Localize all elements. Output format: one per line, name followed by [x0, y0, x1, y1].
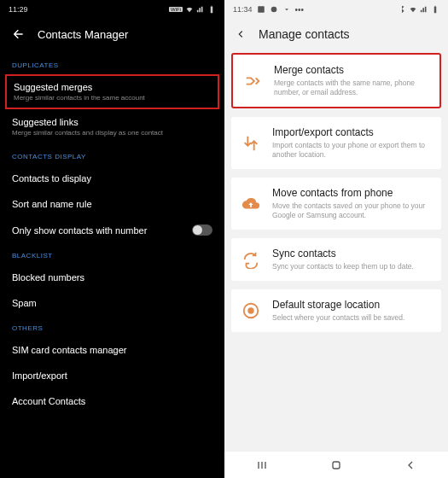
sync-contacts-card[interactable]: Sync contacts Sync your contacts to keep… — [231, 238, 441, 281]
status-bar-right: 11:34 ••• — [224, 0, 448, 19]
move-title: Move contacts from phone — [272, 187, 429, 199]
sort-rule-row[interactable]: Sort and name rule — [0, 191, 224, 217]
camera-icon — [270, 5, 278, 14]
signal-icon — [420, 5, 428, 14]
svg-rect-0 — [258, 6, 265, 13]
picture-icon — [257, 5, 265, 14]
account-contacts-title: Account Contacts — [12, 396, 212, 406]
move-contacts-card[interactable]: Move contacts from phone Move the contac… — [231, 178, 441, 230]
import-title: Import/export contacts — [272, 126, 429, 138]
navbar-right — [224, 451, 448, 478]
svg-point-1 — [271, 7, 276, 13]
storage-title: Default storage location — [272, 299, 429, 311]
download-icon — [282, 5, 291, 14]
sync-icon — [241, 250, 260, 269]
wifi-icon — [185, 5, 194, 14]
sort-rule-title: Sort and name rule — [12, 199, 212, 209]
page-title-right: Manage contacts — [259, 27, 350, 41]
storage-location-card[interactable]: Default storage location Select where yo… — [231, 289, 441, 332]
sim-contacts-row[interactable]: SIM card contacts manager — [0, 337, 224, 363]
blocked-numbers-row[interactable]: Blocked numbers — [0, 265, 224, 290]
cards-container: Merge contacts Merge contacts with the s… — [224, 53, 448, 332]
section-others-label: OTHERS — [0, 316, 224, 337]
bluetooth-icon — [398, 5, 406, 14]
home-nav-icon[interactable] — [329, 458, 343, 472]
merge-contacts-card[interactable]: Merge contacts Merge contacts with the s… — [231, 53, 441, 108]
page-title-left: Contacts Manager — [38, 28, 128, 41]
section-display-label: CONTACTS DISPLAY — [0, 144, 224, 166]
recents-nav-icon[interactable] — [255, 458, 269, 472]
storage-desc: Select where your contacts will be saved… — [272, 313, 429, 323]
import-export-title: Import/export — [12, 370, 212, 381]
battery-icon — [431, 5, 439, 14]
suggested-links-title: Suggested links — [12, 117, 212, 127]
suggested-merges-title: Suggested merges — [14, 82, 211, 92]
status-icons-left: WiFi — [169, 5, 216, 14]
phone-right: 11:34 ••• Manage contacts Merge contacts… — [224, 0, 448, 478]
signal-icon — [196, 5, 205, 14]
account-contacts-row[interactable]: Account Contacts — [0, 388, 224, 414]
merge-icon — [243, 72, 262, 90]
status-time-right: 11:34 — [233, 5, 253, 14]
sync-title: Sync contacts — [272, 248, 429, 259]
merge-desc: Merge contacts with the same name, phone… — [274, 79, 428, 97]
svg-point-3 — [248, 309, 253, 314]
suggested-merges-row[interactable]: Suggested merges Merge similar contacts … — [5, 74, 219, 109]
storage-icon — [241, 301, 260, 320]
header-left: Contacts Manager — [0, 19, 224, 53]
suggested-merges-desc: Merge similar contacts in the same accou… — [14, 94, 211, 102]
section-duplicates-label: DUPLICATES — [0, 53, 224, 74]
chevron-back-icon[interactable] — [235, 28, 247, 40]
cloud-upload-icon — [241, 195, 260, 213]
sync-desc: Sync your contacts to keep them up to da… — [272, 262, 429, 271]
import-export-row[interactable]: Import/export — [0, 363, 224, 388]
import-export-icon — [241, 134, 260, 153]
svg-rect-4 — [333, 462, 340, 469]
status-icons-right — [398, 5, 439, 14]
header-right: Manage contacts — [224, 19, 448, 53]
import-desc: Import contacts to your phone or export … — [272, 141, 429, 160]
battery-icon — [207, 5, 216, 14]
back-nav-icon[interactable] — [404, 458, 417, 472]
phone-left: 11:29 WiFi Contacts Manager DUPLICATES S… — [0, 0, 224, 478]
contacts-to-display-title: Contacts to display — [12, 173, 212, 184]
back-arrow-icon[interactable] — [12, 27, 26, 41]
merge-title: Merge contacts — [274, 64, 428, 76]
status-bar-left: 11:29 WiFi — [0, 0, 224, 19]
only-number-toggle[interactable] — [192, 224, 212, 236]
move-desc: Move the contacts saved on your phone to… — [272, 201, 429, 220]
blocked-numbers-title: Blocked numbers — [12, 272, 212, 283]
suggested-links-desc: Merge similar contacts and display as on… — [12, 129, 212, 137]
import-export-card[interactable]: Import/export contacts Import contacts t… — [231, 117, 441, 169]
sim-contacts-title: SIM card contacts manager — [12, 345, 212, 355]
status-time: 11:29 — [9, 5, 28, 14]
suggested-links-row[interactable]: Suggested links Merge similar contacts a… — [0, 109, 224, 144]
contacts-to-display-row[interactable]: Contacts to display — [0, 166, 224, 191]
only-number-row[interactable]: Only show contacts with number — [0, 217, 224, 243]
only-number-title: Only show contacts with number — [12, 225, 147, 236]
section-blacklist-label: BLACKLIST — [0, 243, 224, 265]
more-icon: ••• — [295, 5, 305, 15]
spam-title: Spam — [12, 298, 212, 308]
wifi-badge-icon: WiFi — [169, 7, 183, 12]
wifi-icon — [409, 5, 417, 14]
spam-row[interactable]: Spam — [0, 290, 224, 316]
